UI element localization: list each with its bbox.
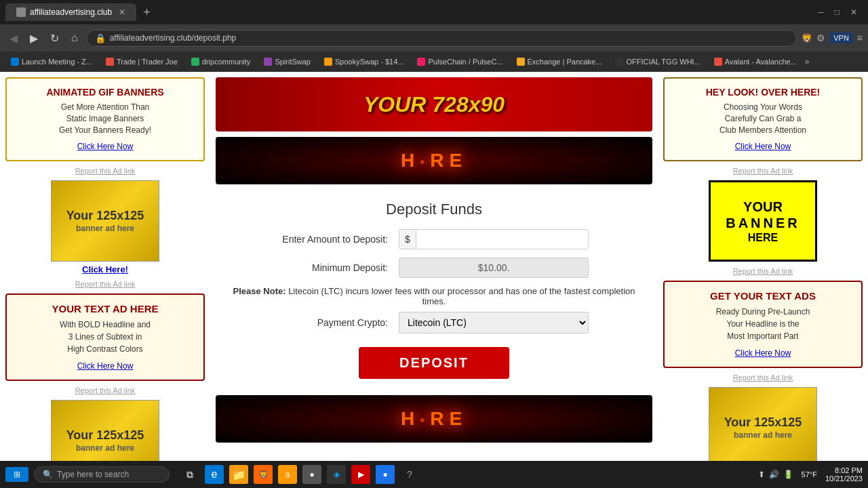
left-ad-1-body: Get More Attention Than Static Image Ban… [15, 102, 195, 136]
edge-icon[interactable]: e [205, 465, 224, 484]
report-link-1[interactable]: Report this Ad link [5, 167, 205, 175]
search-placeholder: Type here to search [57, 470, 129, 479]
address-bar[interactable]: 🔒 affiliateadvertising.club/deposit.php [86, 30, 797, 47]
banner-line1: YOUR BANNER HERE [726, 199, 800, 244]
right-ad-1[interactable]: HEY LOOK! OVER HERE! Choosing Your Words… [663, 77, 863, 161]
left-banner-1-cta[interactable]: Click Here! [82, 264, 128, 274]
search-icon: 🔍 [43, 470, 53, 479]
taskbar: ⊞ 🔍 Type here to search ⧉ e 📁 🦁 a ● ◈ ▶ … [0, 461, 868, 488]
main-banner-728[interactable]: YOUR 728x90 [216, 77, 652, 131]
left-ad-2-cta[interactable]: Click Here Now [77, 361, 134, 371]
volume-icon: 🔊 [769, 470, 779, 479]
deposit-button[interactable]: DEPOSIT [359, 347, 509, 379]
right-ad-1-cta[interactable]: Click Here Now [735, 142, 791, 151]
amount-row: Enter Amount to Deposit: $ [226, 229, 642, 249]
app6-icon[interactable]: ◈ [327, 465, 346, 484]
bookmark-launch-meeting[interactable]: Launch Meeting - Z... [5, 56, 98, 67]
clock[interactable]: 8:02 PM 10/21/2023 [825, 466, 863, 483]
dollar-sign: $ [399, 230, 416, 249]
right-banner2-line2: banner ad here [734, 430, 792, 441]
bookmark-trader-joe[interactable]: Trade | Trader Joe [100, 56, 183, 67]
report-link-3[interactable]: Report this Ad link [5, 386, 205, 394]
right-ad-2-title: GET YOUR TEXT ADS [673, 290, 853, 302]
right-banner-1-img[interactable]: YOUR BANNER HERE [709, 180, 817, 262]
back-button[interactable]: ◀ [5, 29, 22, 47]
page-layout: ANIMATED GIF BANNERS Get More Attention … [0, 72, 868, 488]
app5-icon[interactable]: ● [302, 465, 321, 484]
right-report-link-2[interactable]: Report this Ad link [663, 267, 863, 275]
deposit-section: Deposit Funds Enter Amount to Deposit: $… [216, 190, 652, 390]
explorer-icon[interactable]: 📁 [229, 465, 248, 484]
amazon-icon[interactable]: a [278, 465, 297, 484]
system-tray: ⬆ 🔊 🔋 [758, 470, 793, 479]
left-ad-1[interactable]: ANIMATED GIF BANNERS Get More Attention … [5, 77, 205, 161]
bookmark-label: Trade | Trader Joe [117, 58, 178, 66]
forward-button[interactable]: ▶ [26, 29, 42, 47]
refresh-button[interactable]: ↻ [46, 29, 63, 47]
banner-line2: banner ad here [76, 224, 134, 235]
bookmark-spiritswap[interactable]: SpiritSwap [258, 56, 316, 67]
min-deposit-row: Minimum Deposit: $10.00. [226, 258, 642, 278]
left-ad-1-title: ANIMATED GIF BANNERS [15, 87, 195, 98]
bookmark-avalant[interactable]: Avalant - Avalanche... [709, 56, 802, 67]
bookmarks-more[interactable]: » [805, 57, 810, 66]
note-bold: Please Note: [233, 286, 285, 296]
brave-taskbar-icon[interactable]: 🦁 [254, 465, 273, 484]
bookmark-spookyswap[interactable]: SpookySwap - $14... [319, 56, 410, 67]
help-icon[interactable]: ? [400, 465, 419, 484]
tab-bar: affiliateadvertising.club ✕ + [5, 3, 156, 21]
taskbar-app-icons: ⧉ e 📁 🦁 a ● ◈ ▶ ● ? [180, 465, 419, 484]
bookmark-drip[interactable]: dripcommunity [186, 56, 256, 67]
time-display: 8:02 PM [825, 466, 863, 474]
taskbar-right: ⬆ 🔊 🔋 57°F 8:02 PM 10/21/2023 [758, 466, 863, 483]
brave-icon: 🦁 [801, 33, 812, 43]
payment-select[interactable]: Litecoin (LTC) [399, 312, 589, 333]
main-content: YOUR 728x90 H•RE Deposit Funds Enter Amo… [210, 72, 658, 488]
right-report-link-3[interactable]: Report this Ad link [663, 373, 863, 382]
task-view-button[interactable]: ⧉ [180, 465, 199, 484]
bookmark-pulsechain[interactable]: PulseChain / PulseC... [412, 56, 508, 67]
right-ad-1-title: HEY LOOK! OVER HERE! [673, 87, 853, 98]
window-controls: ─ □ ✕ [818, 7, 863, 17]
taskbar-search[interactable]: 🔍 Type here to search [34, 466, 170, 483]
home-button[interactable]: ⌂ [67, 29, 82, 47]
start-button[interactable]: ⊞ [5, 467, 28, 482]
bookmark-pancake[interactable]: Exchange | Pancake... [511, 56, 608, 67]
here-banner-bottom[interactable]: H•RE [216, 395, 652, 443]
right-ad-1-body: Choosing Your Words Carefully Can Grab a… [673, 102, 853, 136]
bookmark-label: PulseChain / PulseC... [428, 58, 502, 66]
right-banner2-line1: Your 125x125 [724, 415, 802, 430]
vpn-icon: VPN [829, 33, 853, 43]
min-deposit-label: Minimum Deposit: [279, 262, 388, 273]
amount-input-wrap: $ [399, 229, 589, 249]
tab-favicon [16, 7, 26, 17]
left-ad-2-body: With BOLD Headline and 3 Lines of Subtex… [15, 319, 195, 355]
right-report-link-1[interactable]: Report this Ad link [663, 167, 863, 175]
report-link-2[interactable]: Report this Ad link [5, 280, 205, 288]
left-ad-2[interactable]: YOUR TEXT AD HERE With BOLD Headline and… [5, 293, 205, 381]
right-banner-2-img[interactable]: Your 125x125 banner ad here [709, 387, 817, 468]
payment-row: Payment Crypto: Litecoin (LTC) [226, 312, 642, 333]
bookmark-label: OFFICIAL TGG WHI... [626, 58, 700, 66]
bookmark-tgg[interactable]: OFFICIAL TGG WHI... [610, 56, 705, 67]
here-banner[interactable]: H•RE [216, 137, 652, 184]
here-banner-text: H•RE [401, 150, 467, 171]
maximize-button[interactable]: □ [835, 7, 840, 17]
bookmark-label: Launch Meeting - Z... [22, 58, 92, 66]
network-icon: ⬆ [758, 470, 765, 479]
nav-icon-group: 🦁 ⚙ VPN ≡ [801, 33, 863, 43]
amount-input[interactable] [416, 230, 588, 249]
active-tab[interactable]: affiliateadvertising.club ✕ [5, 3, 136, 21]
app7-icon[interactable]: ▶ [351, 465, 370, 484]
close-button[interactable]: ✕ [850, 7, 857, 17]
bookmark-label: SpookySwap - $14... [335, 58, 404, 66]
left-ad-1-cta[interactable]: Click Here Now [77, 142, 134, 151]
left-banner-1-img[interactable]: Your 125x125 banner ad here [51, 180, 159, 262]
app8-icon[interactable]: ● [376, 465, 395, 484]
menu-icon[interactable]: ≡ [857, 33, 863, 43]
right-ad-2-cta[interactable]: Click Here Now [735, 348, 791, 358]
right-ad-2[interactable]: GET YOUR TEXT ADS Ready During Pre-Launc… [663, 281, 863, 368]
minimize-button[interactable]: ─ [818, 7, 824, 17]
new-tab-button[interactable]: + [138, 5, 156, 20]
tab-close-button[interactable]: ✕ [119, 7, 125, 17]
